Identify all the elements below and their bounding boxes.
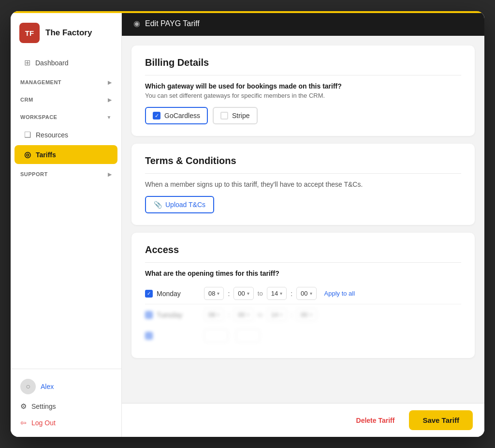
dashboard-icon: ⊞ [24, 58, 30, 67]
support-chevron: ▶ [108, 172, 112, 177]
gateway-options: ✓ GoCardless Stripe [145, 107, 461, 124]
save-tariff-button[interactable]: Save Tariff [409, 410, 473, 430]
sidebar: TF The Factory ⊞ Dashboard MANAGEMENT ▶ … [11, 11, 122, 437]
avatar: ○ [20, 379, 36, 394]
header-pin-icon: ◉ [133, 19, 140, 28]
upload-tc-button[interactable]: 📎 Upload T&Cs [145, 196, 214, 213]
access-card: Access What are the opening times for th… [131, 233, 475, 358]
monday-end-hour[interactable]: 14 ▾ [267, 287, 287, 300]
opening-times-label: What are the opening times for this tari… [145, 269, 461, 277]
tuesday-start-min: 00 ▾ [233, 308, 253, 321]
time-colon-1: : [228, 290, 230, 298]
main-content: ◉ Edit PAYG Tariff Billing Details Which… [122, 11, 484, 437]
apply-to-all-link[interactable]: Apply to all [324, 290, 355, 297]
terms-description: When a member signs up to this tariff, t… [145, 180, 461, 188]
end-hour-chevron: ▾ [280, 291, 282, 296]
sidebar-item-resources[interactable]: ❑ Resources [15, 125, 117, 144]
to-label: to [258, 290, 263, 297]
app-window: TF The Factory ⊞ Dashboard MANAGEMENT ▶ … [11, 11, 484, 437]
tariffs-icon: ◎ [24, 150, 31, 159]
sidebar-section-support[interactable]: SUPPORT ▶ [11, 166, 121, 182]
terms-card: Terms & Conditions When a member signs u… [131, 144, 475, 225]
upload-tc-label: Upload T&Cs [165, 201, 205, 209]
access-title: Access [145, 244, 461, 263]
sidebar-item-settings[interactable]: ⚙ Settings [11, 398, 121, 415]
billing-card: Billing Details Which gateway will be us… [131, 45, 475, 136]
monday-start-min[interactable]: 00 ▾ [233, 287, 253, 300]
resources-label: Resources [36, 131, 68, 139]
crm-label: CRM [20, 97, 33, 103]
monday-row: ✓ Monday 08 ▾ : 00 ▾ to 14 ▾ [145, 283, 461, 304]
sidebar-dashboard-label: Dashboard [35, 59, 69, 67]
stripe-label: Stripe [232, 112, 250, 119]
workspace-label: WORKSPACE [20, 114, 57, 120]
monday-end-min[interactable]: 00 ▾ [296, 287, 316, 300]
workspace-chevron: ▼ [107, 115, 112, 120]
main-header: ◉ Edit PAYG Tariff [122, 11, 484, 36]
sidebar-item-dashboard[interactable]: ⊞ Dashboard [15, 53, 117, 72]
tuesday-label: Tuesday [157, 311, 200, 319]
crm-chevron: ▶ [108, 97, 112, 103]
resources-icon: ❑ [24, 130, 31, 139]
management-label: MANAGEMENT [20, 79, 61, 85]
sidebar-section-management[interactable]: MANAGEMENT ▶ [11, 75, 121, 90]
paperclip-icon: 📎 [154, 201, 162, 209]
end-min-chevron: ▾ [310, 291, 312, 296]
wednesday-row: ✓ [145, 325, 461, 346]
sidebar-section-crm[interactable]: CRM ▶ [11, 92, 121, 107]
brand-avatar: TF [19, 23, 40, 43]
logout-icon: ⇦ [20, 418, 27, 427]
wednesday-checkbox: ✓ [145, 332, 153, 340]
terms-title: Terms & Conditions [145, 155, 461, 174]
start-min-chevron: ▾ [247, 291, 249, 296]
tuesday-end-hour: 14 ▾ [267, 308, 287, 321]
billing-title: Billing Details [145, 57, 461, 75]
sidebar-section-workspace[interactable]: WORKSPACE ▼ [11, 109, 121, 125]
page-title: Edit PAYG Tariff [145, 19, 200, 28]
brand-name: The Factory [45, 28, 92, 38]
tuesday-checkbox: ✓ [145, 311, 153, 319]
management-chevron: ▶ [108, 80, 112, 85]
monday-start-hour[interactable]: 08 ▾ [204, 287, 224, 300]
monday-checkbox[interactable]: ✓ [145, 290, 153, 298]
logout-label: Log Out [31, 419, 56, 427]
sidebar-item-tariffs[interactable]: ◎ Tariffs [15, 145, 117, 164]
gateway-option-gocardless[interactable]: ✓ GoCardless [145, 107, 208, 124]
stripe-checkbox[interactable] [220, 112, 228, 119]
gocardless-checkbox[interactable]: ✓ [153, 112, 160, 119]
footer-bar: Delete Tariff Save Tariff [122, 403, 484, 437]
tariffs-label: Tariffs [36, 151, 56, 159]
user-name: Alex [41, 383, 54, 390]
sidebar-bottom: ○ Alex ⚙ Settings ⇦ Log Out [11, 369, 121, 437]
brand-header[interactable]: TF The Factory [11, 13, 121, 53]
time-colon-2: : [291, 290, 292, 298]
billing-question: Which gateway will be used for bookings … [145, 82, 461, 90]
content-area: Billing Details Which gateway will be us… [122, 36, 484, 403]
sidebar-user[interactable]: ○ Alex [11, 375, 121, 398]
delete-tariff-button[interactable]: Delete Tariff [349, 412, 403, 429]
settings-label: Settings [31, 403, 56, 410]
tuesday-start-hour: 08 ▾ [204, 308, 224, 321]
gear-icon: ⚙ [20, 402, 27, 411]
start-hour-chevron: ▾ [217, 291, 219, 296]
billing-description: You can set different gateways for speci… [145, 92, 461, 99]
gateway-option-stripe[interactable]: Stripe [213, 107, 258, 124]
monday-label: Monday [157, 290, 200, 298]
sidebar-item-logout[interactable]: ⇦ Log Out [11, 415, 121, 431]
support-label: SUPPORT [20, 171, 48, 177]
gocardless-label: GoCardless [164, 112, 200, 119]
tuesday-row: ✓ Tuesday 08 ▾ : 00 ▾ to 14 ▾ [145, 304, 461, 325]
tuesday-end-min: 00 ▾ [296, 308, 316, 321]
